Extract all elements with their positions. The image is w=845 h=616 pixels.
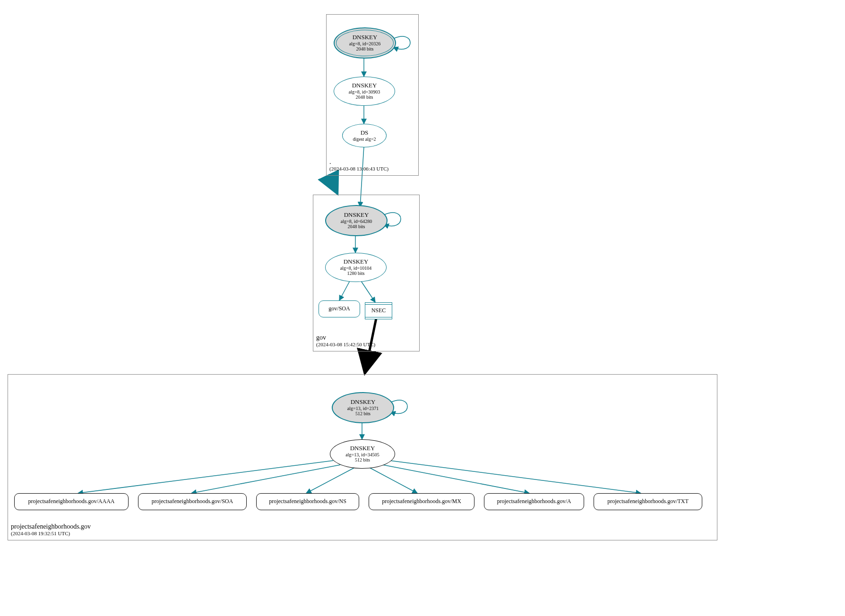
node-psn-ksk: DNSKEY alg=13, id=2371 512 bits [332, 392, 394, 423]
gov-ksk-bits: 2048 bits [348, 224, 365, 230]
psn-ksk-title: DNSKEY [351, 399, 376, 406]
psn-soa-label: projectsafeneighborhoods.gov/SOA [152, 498, 233, 505]
node-root-zsk: DNSKEY alg=8, id=30903 2048 bits [334, 77, 395, 106]
node-psn-a: projectsafeneighborhoods.gov/A [484, 493, 584, 510]
node-gov-nsec: NSEC [365, 302, 392, 319]
node-psn-mx: projectsafeneighborhoods.gov/MX [369, 493, 474, 510]
psn-ns-label: projectsafeneighborhoods.gov/NS [269, 498, 346, 505]
psn-ksk-bits: 512 bits [355, 411, 371, 417]
psn-zsk-title: DNSKEY [350, 445, 375, 452]
zone-gov-timestamp: (2024-03-08 15:42:50 UTC) [316, 342, 375, 348]
gov-soa-label: gov/SOA [328, 306, 350, 312]
zone-psn-label: projectsafeneighborhoods.gov (2024-03-08… [11, 522, 91, 537]
root-ds-alg: digest alg=2 [353, 137, 376, 142]
root-ds-title: DS [361, 129, 369, 137]
zone-root-label: . (2024-03-08 13:06:43 UTC) [329, 158, 388, 172]
psn-ksk-alg: alg=13, id=2371 [347, 406, 379, 411]
node-psn-txt: projectsafeneighborhoods.gov/TXT [594, 493, 702, 510]
node-gov-ksk: DNSKEY alg=8, id=64280 2048 bits [325, 205, 388, 236]
psn-txt-label: projectsafeneighborhoods.gov/TXT [607, 498, 689, 505]
node-root-ds: DS digest alg=2 [342, 124, 387, 147]
edge-rootzone-to-govzone [328, 175, 337, 194]
node-psn-soa: projectsafeneighborhoods.gov/SOA [138, 493, 247, 510]
node-gov-soa: gov/SOA [319, 300, 360, 317]
zone-psn-timestamp: (2024-03-08 19:32:51 UTC) [11, 530, 91, 537]
gov-ksk-title: DNSKEY [344, 212, 369, 219]
root-zsk-bits: 2048 bits [356, 94, 373, 100]
zone-gov-label: gov (2024-03-08 15:42:50 UTC) [316, 334, 375, 348]
diagram-canvas: . (2024-03-08 13:06:43 UTC) DNSKEY alg=8… [0, 0, 845, 616]
psn-a-label: projectsafeneighborhoods.gov/A [497, 498, 571, 505]
psn-aaaa-label: projectsafeneighborhoods.gov/AAAA [28, 498, 115, 505]
gov-ksk-alg: alg=8, id=64280 [341, 219, 372, 224]
root-zsk-title: DNSKEY [352, 82, 377, 89]
node-psn-aaaa: projectsafeneighborhoods.gov/AAAA [14, 493, 129, 510]
gov-zsk-bits: 1280 bits [347, 271, 365, 276]
gov-zsk-alg: alg=8, id=10104 [340, 265, 371, 271]
zone-root-timestamp: (2024-03-08 13:06:43 UTC) [329, 166, 388, 172]
gov-nsec-label: NSEC [371, 308, 386, 314]
zone-gov-name: gov [316, 334, 375, 342]
root-ksk-alg: alg=8, id=20326 [349, 41, 380, 47]
psn-zsk-alg: alg=13, id=34505 [345, 452, 379, 458]
root-ksk-title: DNSKEY [353, 34, 378, 41]
root-ksk-bits: 2048 bits [356, 46, 374, 52]
psn-zsk-bits: 512 bits [355, 457, 370, 463]
node-root-ksk: DNSKEY alg=8, id=20326 2048 bits [334, 27, 396, 59]
gov-zsk-title: DNSKEY [344, 258, 369, 265]
node-gov-zsk: DNSKEY alg=8, id=10104 1280 bits [325, 253, 387, 282]
zone-psn-name: projectsafeneighborhoods.gov [11, 522, 91, 531]
node-psn-ns: projectsafeneighborhoods.gov/NS [256, 493, 359, 510]
root-zsk-alg: alg=8, id=30903 [349, 89, 380, 95]
zone-root-name: . [329, 158, 388, 166]
node-psn-zsk: DNSKEY alg=13, id=34505 512 bits [330, 439, 395, 469]
psn-mx-label: projectsafeneighborhoods.gov/MX [382, 498, 461, 505]
